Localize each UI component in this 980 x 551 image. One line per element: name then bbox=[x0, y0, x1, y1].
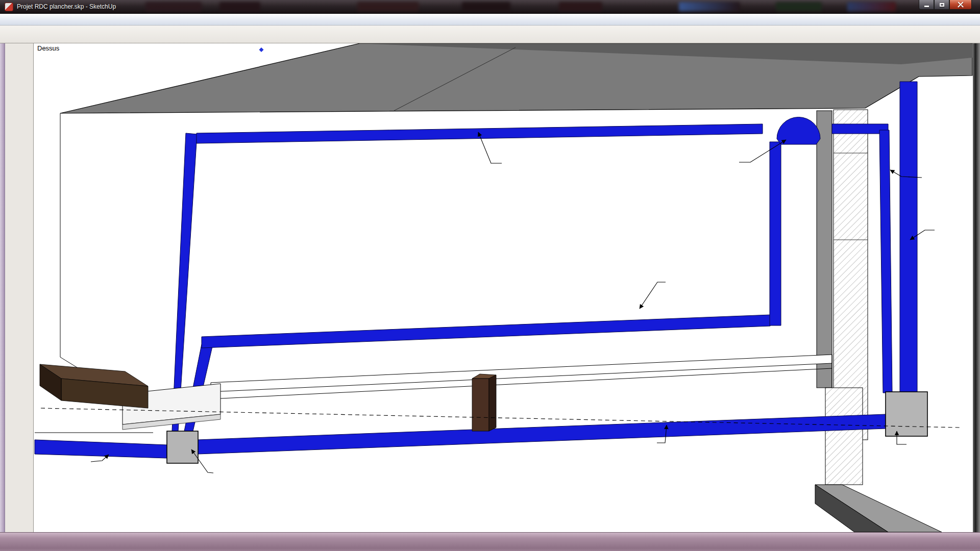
background-window-blur bbox=[847, 2, 896, 11]
pipe-vers-egout bbox=[35, 440, 167, 458]
regard-exterieur-box[interactable] bbox=[886, 392, 927, 436]
regard-interieur-box[interactable] bbox=[167, 431, 198, 463]
model-canvas[interactable]: Dessus bbox=[34, 43, 980, 532]
maximize-button[interactable] bbox=[934, 0, 949, 10]
minimize-button[interactable] bbox=[919, 0, 934, 10]
background-window-blur bbox=[462, 2, 510, 11]
view-name-label: Dessus bbox=[37, 44, 59, 52]
title-bar: Projet RDC plancher.skp - SketchUp bbox=[0, 0, 980, 14]
pipe-drain-2 bbox=[202, 315, 770, 348]
start-button[interactable] bbox=[3, 533, 20, 550]
pipe-right-vertical bbox=[770, 142, 781, 325]
guide-point-diamond bbox=[259, 47, 264, 52]
menu-bar bbox=[0, 14, 980, 26]
wall-column[interactable] bbox=[817, 111, 832, 388]
canvas-right-edge bbox=[973, 43, 980, 532]
model-drawing bbox=[34, 43, 980, 532]
sketchup-logo-icon bbox=[5, 3, 13, 11]
wood-beam[interactable] bbox=[40, 364, 148, 408]
background-window-blur bbox=[559, 2, 602, 11]
window-title: Projet RDC plancher.skp - SketchUp bbox=[17, 3, 116, 10]
background-window-blur bbox=[357, 2, 419, 11]
close-icon bbox=[958, 2, 964, 7]
maximize-icon bbox=[940, 3, 944, 7]
pipe-drain-3 bbox=[900, 82, 917, 393]
background-window-blur bbox=[145, 2, 202, 11]
close-button[interactable] bbox=[949, 0, 972, 10]
taskbar bbox=[0, 532, 980, 551]
wood-post[interactable] bbox=[472, 374, 496, 431]
tool-palette bbox=[5, 43, 34, 532]
pipe-evacuation bbox=[198, 414, 886, 454]
depart-source-dome bbox=[777, 117, 820, 145]
background-window-blur bbox=[679, 2, 740, 11]
pipe-drain-1 bbox=[197, 124, 763, 143]
hatched-wall-lower[interactable] bbox=[825, 388, 863, 485]
pipe-pvc80-vertical bbox=[879, 130, 892, 393]
background-window-blur bbox=[776, 2, 822, 11]
window-edge bbox=[0, 43, 5, 532]
main-toolbar bbox=[0, 26, 980, 43]
minimize-icon bbox=[924, 6, 929, 7]
background-window-blur bbox=[219, 2, 260, 11]
